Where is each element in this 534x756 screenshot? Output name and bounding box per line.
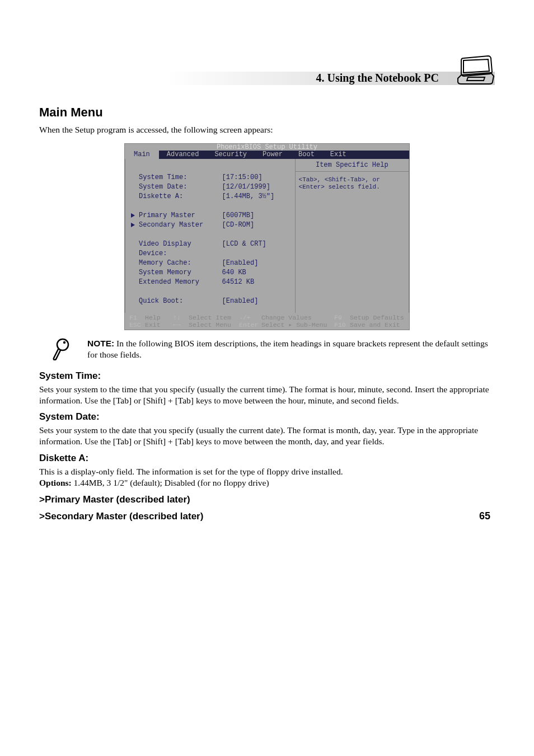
tab-boot[interactable]: Boot [291, 151, 322, 159]
item-text: Sets your system to the date that you sp… [39, 425, 495, 447]
item-text: This is a display-only field. The inform… [39, 466, 495, 477]
item-heading: >Primary Master (described later) [39, 494, 495, 505]
bios-submenu[interactable]: Secondary Master[CD-ROM] [128, 220, 293, 230]
bios-right-pane: Item Specific Help <Tab>, <Shift-Tab>, o… [296, 159, 409, 313]
tab-advanced[interactable]: Advanced [159, 151, 207, 159]
item-heading: >Secondary Master (described later) [39, 511, 495, 522]
bios-submenu[interactable]: Primary Master[6007MB] [128, 211, 293, 220]
bios-row: Diskette A:[1.44MB, 3½"] [128, 192, 293, 201]
bios-screenshot: PhoenixBIOS Setup Utility Main Advanced … [39, 143, 495, 330]
intro-text: When the Setup program is accessed, the … [39, 124, 495, 135]
magnifying-glass-icon [53, 338, 71, 360]
bios-row: System Memory640 KB [128, 268, 293, 278]
item-text: Sets your system to the time that you sp… [39, 384, 495, 406]
bios-tabs: Main Advanced Security Power Boot Exit [125, 151, 409, 159]
item-heading: System Date: [39, 411, 495, 422]
chapter-title: 4. Using the Notebook PC [316, 72, 439, 84]
tab-security[interactable]: Security [207, 151, 255, 159]
bios-row: Memory Cache:[Enabled] [128, 259, 293, 268]
bios-footer: F1Help ↑↓Select Item -/+Change Values F9… [125, 313, 409, 330]
tab-main[interactable]: Main [125, 151, 159, 159]
main-menu-heading: Main Menu [39, 105, 495, 120]
triangle-right-icon [130, 222, 135, 228]
bios-row: Video Display Device:[LCD & CRT] [128, 240, 293, 259]
note-text: NOTE: In the following BIOS item descrip… [87, 338, 495, 360]
svg-point-2 [57, 339, 68, 350]
svg-point-3 [63, 341, 65, 344]
laptop-icon [456, 55, 495, 86]
bios-row: Quick Boot:[Enabled] [128, 297, 293, 306]
svg-marker-0 [131, 213, 135, 218]
item-options: Options: 1.44MB, 3 1/2" (default); Disab… [39, 477, 495, 489]
tab-exit[interactable]: Exit [322, 151, 354, 159]
bios-utility-title: PhoenixBIOS Setup Utility [125, 144, 409, 151]
bios-left-pane: System Time:[17:15:00] System Date:[12/0… [125, 159, 296, 313]
bios-help-title: Item Specific Help [296, 159, 409, 172]
bios-help-body: <Tab>, <Shift-Tab>, or <Enter> selects f… [296, 172, 409, 313]
item-heading: Diskette A: [39, 453, 495, 464]
page-number: 65 [479, 510, 490, 522]
bios-row: System Time:[17:15:00] [128, 173, 293, 182]
bios-row: System Date:[12/01/1999] [128, 182, 293, 192]
triangle-right-icon [130, 213, 135, 218]
item-heading: System Time: [39, 370, 495, 382]
bios-row: Extended Memory64512 KB [128, 278, 293, 287]
note-block: NOTE: In the following BIOS item descrip… [53, 338, 495, 360]
tab-power[interactable]: Power [255, 151, 291, 159]
svg-marker-1 [131, 223, 135, 227]
